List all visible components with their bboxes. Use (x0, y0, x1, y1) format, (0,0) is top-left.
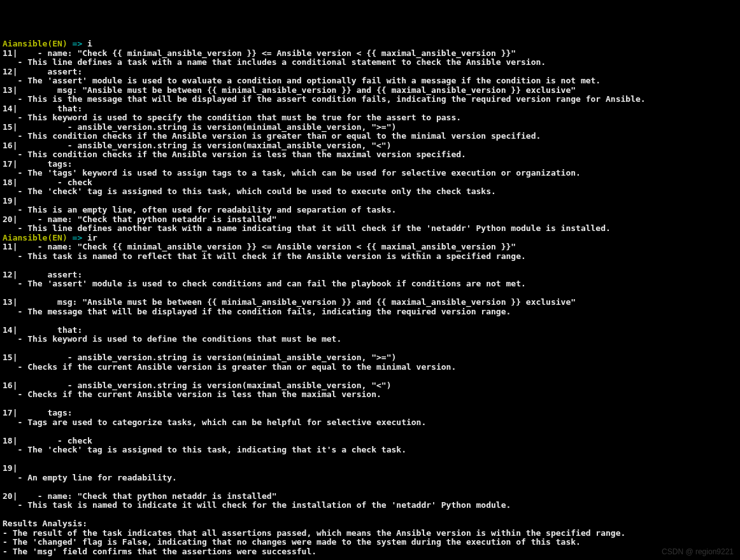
output-line (3, 316, 737, 326)
prompt-host: Aiansible(EN) (3, 233, 68, 242)
output-line (3, 482, 737, 492)
output-line: - The 'tags' keyword is used to assign t… (3, 169, 737, 178)
output-line (3, 556, 737, 560)
output-line (3, 510, 737, 520)
prompt-arrow: => (68, 39, 87, 48)
output-line: Results Analysis: (3, 519, 737, 529)
output-line: - The 'changed' flag is False, indicatin… (3, 538, 737, 547)
output-line (3, 344, 737, 354)
prompt-command: ir (87, 233, 97, 242)
output-line: - The message that will be displayed if … (3, 307, 737, 317)
output-line: 12| assert: (3, 67, 737, 77)
output-line: 16| - ansible_version.string is version(… (3, 141, 737, 151)
output-line: - This condition checks if the Ansible v… (3, 132, 737, 141)
output-line: 18| - check (3, 178, 737, 188)
prompt-line[interactable]: Aiansible(EN) => i (3, 39, 737, 49)
output-line: 20| - name: "Check that python netaddr i… (3, 492, 737, 501)
prompt-arrow: => (68, 233, 87, 242)
output-line: - This is an empty line, often used for … (3, 206, 737, 215)
output-line: - This condition checks if the Ansible v… (3, 150, 737, 160)
prompt-host: Aiansible(EN) (3, 39, 68, 48)
output-line: 20| - name: "Check that python netaddr i… (3, 215, 737, 225)
output-line: - This keyword is used to define the con… (3, 335, 737, 344)
output-line: - This task is named to indicate it will… (3, 501, 737, 510)
output-line: 13| msg: "Ansible must be between {{ min… (3, 298, 737, 307)
output-line: - Checks if the current Ansible version … (3, 363, 737, 372)
output-line: 15| - ansible_version.string is version(… (3, 353, 737, 363)
output-line: - This keyword is used to specify the co… (3, 113, 737, 123)
prompt-line[interactable]: Aiansible(EN) => ir (3, 234, 737, 243)
output-line (3, 455, 737, 465)
output-line: 19| (3, 197, 737, 206)
output-line: - The 'check' tag is assigned to this ta… (3, 187, 737, 197)
output-line: 11| - name: "Check {{ minimal_ansible_ve… (3, 242, 737, 252)
output-line: - This line defines a task with a name t… (3, 58, 737, 67)
output-line: - This task is named to reflect that it … (3, 252, 737, 262)
prompt-command: i (87, 39, 92, 48)
output-line: 17| tags: (3, 409, 737, 418)
output-line (3, 400, 737, 409)
output-line: - This is the message that will be displ… (3, 95, 737, 104)
output-line: 11| - name: "Check {{ minimal_ansible_ve… (3, 49, 737, 59)
output-line: 13| msg: "Ansible must be between {{ min… (3, 86, 737, 95)
output-line: - This line defines another task with a … (3, 224, 737, 234)
output-line (3, 372, 737, 381)
output-line: 15| - ansible_version.string is version(… (3, 123, 737, 132)
output-line: - The 'check' tag is assigned to this ta… (3, 445, 737, 455)
output-line: 19| (3, 464, 737, 473)
output-line (3, 427, 737, 437)
output-line: 14| that: (3, 104, 737, 114)
output-line (3, 289, 737, 298)
output-line (3, 261, 737, 270)
output-line: - Checks if the current Ansible version … (3, 390, 737, 400)
output-line: - The result of the task indicates that … (3, 529, 737, 538)
output-line: - An empty line for readability. (3, 473, 737, 483)
output-line: 14| that: (3, 326, 737, 335)
output-line: - The 'assert' module is used to check c… (3, 279, 737, 289)
output-line: 12| assert: (3, 270, 737, 280)
output-line: - The 'msg' field confirms that the asse… (3, 547, 737, 557)
output-line: 17| tags: (3, 160, 737, 169)
output-line: 18| - check (3, 437, 737, 446)
output-line: 16| - ansible_version.string is version(… (3, 381, 737, 391)
terminal-output[interactable]: Aiansible(EN) => i11| - name: "Check {{ … (3, 39, 737, 560)
output-line: - The 'assert' module is used to evaluat… (3, 76, 737, 86)
output-line: - Tags are used to categorize tasks, whi… (3, 418, 737, 428)
